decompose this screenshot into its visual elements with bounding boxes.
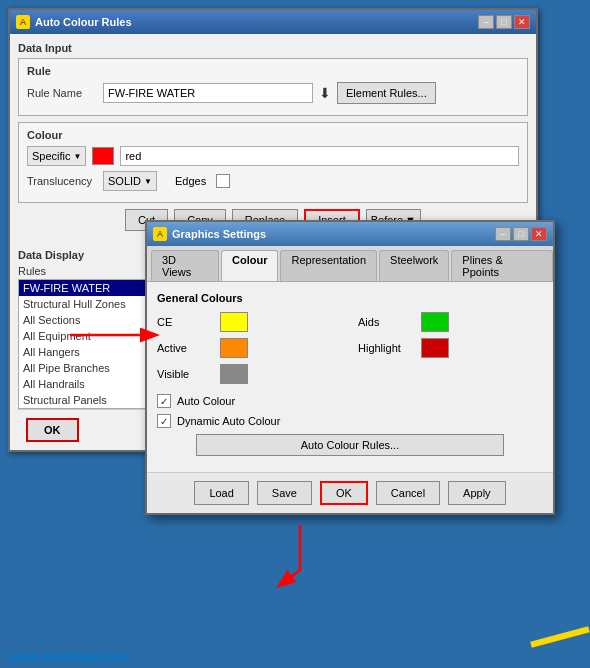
tab-3dviews[interactable]: 3D Views: [151, 250, 219, 281]
dynamic-auto-colour-checkbox[interactable]: ✓: [157, 414, 171, 428]
tab-steelwork[interactable]: Steelwork: [379, 250, 449, 281]
colours-grid: CE Aids Active Highlight Visible: [157, 312, 543, 384]
colour-name-input[interactable]: [120, 146, 519, 166]
colour-row-highlight: Highlight: [358, 338, 543, 358]
dynamic-auto-colour-row: ✓ Dynamic Auto Colour: [157, 414, 543, 428]
colour-type-arrow-icon: ▼: [74, 152, 82, 161]
graphics-cancel-button[interactable]: Cancel: [376, 481, 440, 505]
rule-name-input[interactable]: [103, 83, 313, 103]
apply-button[interactable]: Apply: [448, 481, 506, 505]
colour-box-visible[interactable]: [220, 364, 248, 384]
maximize-button[interactable]: □: [496, 15, 512, 29]
graphics-tabs: 3D Views Colour Representation Steelwork…: [147, 246, 553, 282]
colour-type-value: Specific: [32, 150, 71, 162]
colour-box-active[interactable]: [220, 338, 248, 358]
tab-plines[interactable]: Plines & Ppoints: [451, 250, 553, 281]
colour-row-ce: CE: [157, 312, 342, 332]
translucency-row: Translucency SOLID ▼ Edges: [27, 171, 519, 191]
title-bar-left: A Auto Colour Rules: [16, 15, 132, 29]
graphics-title-text: Graphics Settings: [172, 228, 266, 240]
graphics-title-bar: A Graphics Settings – □ ✕: [147, 222, 553, 246]
colour-group: Colour Specific ▼ Translucency SOLID ▼ E…: [18, 122, 528, 203]
auto-colour-rules-button[interactable]: Auto Colour Rules...: [196, 434, 505, 456]
graphics-maximize-button[interactable]: □: [513, 227, 529, 241]
colour-name-visible: Visible: [157, 368, 212, 380]
translucency-label: Translucency: [27, 175, 97, 187]
main-title-text: Auto Colour Rules: [35, 16, 132, 28]
tab-colour[interactable]: Colour: [221, 250, 278, 281]
general-colours-title: General Colours: [157, 292, 543, 304]
colour-row-aids: Aids: [358, 312, 543, 332]
graphics-dialog: A Graphics Settings – □ ✕ 3D Views Colou…: [145, 220, 555, 515]
translucency-dropdown[interactable]: SOLID ▼: [103, 171, 157, 191]
colour-name-active: Active: [157, 342, 212, 354]
rule-group: Rule Rule Name ⬇ Element Rules...: [18, 58, 528, 116]
colour-swatch[interactable]: [92, 147, 114, 165]
main-title-bar: A Auto Colour Rules – □ ✕: [10, 10, 536, 34]
colour-name-highlight: Highlight: [358, 342, 413, 354]
graphics-title-icon: A: [153, 227, 167, 241]
watermark: www.3d-sharp.com: [8, 649, 127, 664]
colour-row: Specific ▼: [27, 146, 519, 166]
rule-name-row: Rule Name ⬇ Element Rules...: [27, 82, 519, 104]
graphics-ok-button[interactable]: OK: [320, 481, 368, 505]
colour-box-aids[interactable]: [421, 312, 449, 332]
colour-type-dropdown[interactable]: Specific ▼: [27, 146, 86, 166]
graphics-body: General Colours CE Aids Active Highlight: [147, 282, 553, 472]
save-button[interactable]: Save: [257, 481, 312, 505]
graphics-bottom-buttons: Load Save OK Cancel Apply: [147, 472, 553, 513]
dynamic-auto-colour-label: Dynamic Auto Colour: [177, 415, 280, 427]
minimize-button[interactable]: –: [478, 15, 494, 29]
tab-representation[interactable]: Representation: [280, 250, 377, 281]
edges-label: Edges: [175, 175, 206, 187]
red-arrow-ok: [220, 520, 360, 600]
main-title-icon: A: [16, 15, 30, 29]
yellow-line-decoration: [530, 626, 590, 647]
main-ok-button[interactable]: OK: [26, 418, 79, 442]
close-button[interactable]: ✕: [514, 15, 530, 29]
graphics-title-controls: – □ ✕: [495, 227, 547, 241]
colour-row-visible: Visible: [157, 364, 342, 384]
translucency-value: SOLID: [108, 175, 141, 187]
graphics-minimize-button[interactable]: –: [495, 227, 511, 241]
colour-group-title: Colour: [27, 129, 519, 141]
auto-colour-checkbox[interactable]: ✓: [157, 394, 171, 408]
colour-box-ce[interactable]: [220, 312, 248, 332]
colour-row-active: Active: [157, 338, 342, 358]
data-input-label: Data Input: [18, 42, 528, 54]
graphics-title-left: A Graphics Settings: [153, 227, 266, 241]
auto-colour-label: Auto Colour: [177, 395, 235, 407]
rule-group-title: Rule: [27, 65, 519, 77]
colour-box-highlight[interactable]: [421, 338, 449, 358]
title-controls: – □ ✕: [478, 15, 530, 29]
colour-name-ce: CE: [157, 316, 212, 328]
graphics-close-button[interactable]: ✕: [531, 227, 547, 241]
rule-name-label: Rule Name: [27, 87, 97, 99]
translucency-arrow-icon: ▼: [144, 177, 152, 186]
colour-name-aids: Aids: [358, 316, 413, 328]
auto-colour-row: ✓ Auto Colour: [157, 394, 543, 408]
main-content: Data Input Rule Rule Name ⬇ Element Rule…: [10, 34, 536, 245]
load-button[interactable]: Load: [194, 481, 248, 505]
rule-name-dropdown-icon[interactable]: ⬇: [319, 85, 331, 101]
edges-checkbox[interactable]: [216, 174, 230, 188]
element-rules-button[interactable]: Element Rules...: [337, 82, 436, 104]
